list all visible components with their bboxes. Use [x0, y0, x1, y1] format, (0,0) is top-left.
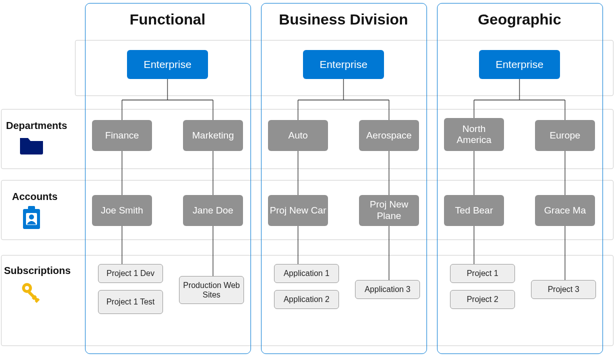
acct-box-0-0: Joe Smith: [92, 195, 152, 226]
acct-box-1-1: Proj New Plane: [359, 195, 419, 226]
enterprise-box-2: Enterprise: [479, 50, 560, 79]
acct-box-2-0: Ted Bear: [444, 195, 504, 226]
dept-box-0-1: Marketing: [183, 120, 243, 151]
sub-box-0-0-0: Project 1 Dev: [98, 264, 163, 283]
enterprise-box-0: Enterprise: [127, 50, 208, 79]
dept-box-2-1: Europe: [535, 120, 595, 151]
sub-box-1-0-0: Application 1: [274, 264, 339, 283]
sub-box-1-0-1: Application 2: [274, 290, 339, 309]
sub-box-2-0-0: Project 1: [450, 264, 515, 283]
dept-box-1-1: Aerospace: [359, 120, 419, 151]
sub-box-0-1-0: Production Web Sites: [179, 276, 244, 304]
dept-box-2-0: North America: [444, 118, 504, 151]
acct-box-0-1: Jane Doe: [183, 195, 243, 226]
sub-box-1-1-0: Application 3: [355, 280, 420, 299]
sub-box-0-0-1: Project 1 Test: [98, 290, 163, 314]
sub-box-2-1-0: Project 3: [531, 280, 596, 299]
sub-box-2-0-1: Project 2: [450, 290, 515, 309]
acct-box-2-1: Grace Ma: [535, 195, 595, 226]
dept-box-1-0: Auto: [268, 120, 328, 151]
acct-box-1-0: Proj New Car: [268, 195, 328, 226]
enterprise-box-1: Enterprise: [303, 50, 384, 79]
diagram-canvas: Functional Business Division Geographic …: [0, 0, 616, 364]
dept-box-0-0: Finance: [92, 120, 152, 151]
